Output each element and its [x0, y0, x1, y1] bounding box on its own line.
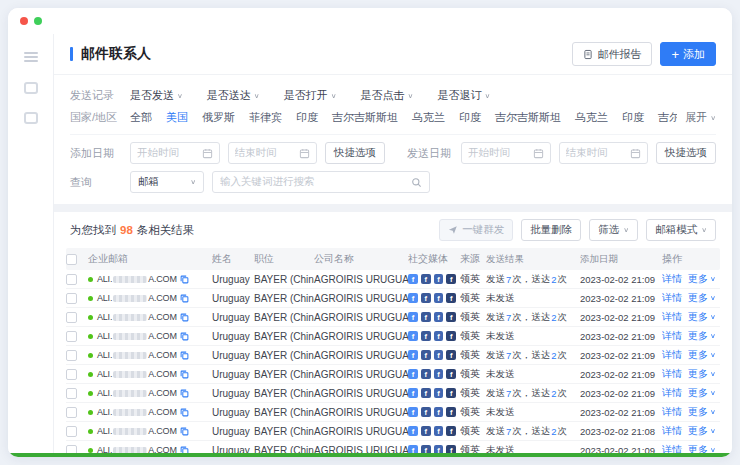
send-date-end-input[interactable]: 结束时间	[559, 142, 649, 164]
detail-link[interactable]: 详情	[662, 310, 682, 324]
facebook-icon[interactable]: f	[446, 445, 456, 453]
region-option[interactable]: 印度	[622, 110, 644, 125]
region-option[interactable]: 全部	[130, 110, 152, 125]
more-link[interactable]: 更多	[688, 386, 716, 400]
facebook-icon[interactable]: f	[408, 293, 418, 303]
row-checkbox[interactable]	[66, 407, 77, 418]
facebook-icon[interactable]: f	[446, 293, 456, 303]
more-link[interactable]: 更多	[688, 272, 716, 286]
region-option[interactable]: 印度	[296, 110, 318, 125]
row-checkbox[interactable]	[66, 293, 77, 304]
mail-report-button[interactable]: 邮件报告	[572, 42, 652, 66]
region-option[interactable]: 乌克兰	[575, 110, 608, 125]
filter-dropdown-button[interactable]: 筛选	[589, 219, 638, 241]
send-count-link[interactable]: 7	[506, 312, 511, 323]
mode-dropdown-button[interactable]: 邮箱模式	[646, 219, 716, 241]
copy-icon[interactable]	[180, 313, 189, 322]
facebook-icon[interactable]: f	[421, 388, 431, 398]
search-input[interactable]: 输入关键词进行搜索	[212, 171, 430, 193]
region-option[interactable]: 美国	[166, 110, 188, 125]
facebook-icon[interactable]: f	[421, 426, 431, 436]
facebook-icon[interactable]: f	[421, 407, 431, 417]
copy-icon[interactable]	[180, 351, 189, 360]
facebook-icon[interactable]: f	[408, 388, 418, 398]
facebook-icon[interactable]: f	[434, 407, 444, 417]
facebook-icon[interactable]: f	[421, 274, 431, 284]
deliver-count-link[interactable]: 2	[551, 426, 556, 437]
copy-icon[interactable]	[180, 332, 189, 341]
bulk-delete-button[interactable]: 批量删除	[521, 219, 581, 241]
more-link[interactable]: 更多	[688, 310, 716, 324]
facebook-icon[interactable]: f	[408, 407, 418, 417]
deliver-count-link[interactable]: 2	[551, 274, 556, 285]
send-date-quick-button[interactable]: 快捷选项	[656, 142, 716, 164]
region-option[interactable]: 俄罗斯	[202, 110, 235, 125]
copy-icon[interactable]	[180, 427, 189, 436]
detail-link[interactable]: 详情	[662, 348, 682, 362]
bulk-send-button[interactable]: 一键群发	[439, 219, 513, 241]
facebook-icon[interactable]: f	[408, 312, 418, 322]
facebook-icon[interactable]: f	[434, 312, 444, 322]
query-field-select[interactable]: 邮箱	[130, 171, 204, 193]
facebook-icon[interactable]: f	[434, 293, 444, 303]
region-option[interactable]: 吉尔吉斯斯坦	[495, 110, 561, 125]
facebook-icon[interactable]: f	[408, 426, 418, 436]
more-link[interactable]: 更多	[688, 291, 716, 305]
region-option[interactable]: 吉尔吉斯斯坦	[332, 110, 398, 125]
send-count-link[interactable]: 7	[506, 274, 511, 285]
detail-link[interactable]: 详情	[662, 386, 682, 400]
row-checkbox[interactable]	[66, 426, 77, 437]
facebook-icon[interactable]: f	[446, 350, 456, 360]
facebook-icon[interactable]: f	[421, 350, 431, 360]
send-date-start-input[interactable]: 开始时间	[461, 142, 551, 164]
copy-icon[interactable]	[180, 370, 189, 379]
facebook-icon[interactable]: f	[446, 312, 456, 322]
region-option[interactable]: 乌克兰	[412, 110, 445, 125]
sidebar-icon-placeholder[interactable]	[24, 82, 38, 94]
copy-icon[interactable]	[180, 446, 189, 454]
row-checkbox[interactable]	[66, 331, 77, 342]
row-checkbox[interactable]	[66, 445, 77, 454]
row-checkbox[interactable]	[66, 369, 77, 380]
facebook-icon[interactable]: f	[446, 369, 456, 379]
region-option[interactable]: 菲律宾	[249, 110, 282, 125]
facebook-icon[interactable]: f	[408, 445, 418, 453]
close-dot[interactable]	[20, 17, 28, 25]
send-count-link[interactable]: 7	[506, 350, 511, 361]
facebook-icon[interactable]: f	[421, 293, 431, 303]
deliver-count-link[interactable]: 2	[551, 350, 556, 361]
facebook-icon[interactable]: f	[434, 350, 444, 360]
detail-link[interactable]: 详情	[662, 291, 682, 305]
row-checkbox[interactable]	[66, 350, 77, 361]
more-link[interactable]: 更多	[688, 443, 716, 453]
facebook-icon[interactable]: f	[434, 274, 444, 284]
facebook-icon[interactable]: f	[408, 274, 418, 284]
row-checkbox[interactable]	[66, 388, 77, 399]
row-checkbox[interactable]	[66, 312, 77, 323]
facebook-icon[interactable]: f	[421, 369, 431, 379]
facebook-icon[interactable]: f	[446, 388, 456, 398]
select-all-checkbox[interactable]	[66, 254, 77, 265]
detail-link[interactable]: 详情	[662, 367, 682, 381]
facebook-icon[interactable]: f	[434, 331, 444, 341]
add-button[interactable]: 添加	[660, 42, 716, 66]
more-link[interactable]: 更多	[688, 367, 716, 381]
more-link[interactable]: 更多	[688, 329, 716, 343]
deliver-count-link[interactable]: 2	[551, 312, 556, 323]
detail-link[interactable]: 详情	[662, 272, 682, 286]
facebook-icon[interactable]: f	[408, 331, 418, 341]
facebook-icon[interactable]: f	[421, 331, 431, 341]
facebook-icon[interactable]: f	[421, 445, 431, 453]
expand-toggle[interactable]: 展开	[685, 110, 716, 125]
copy-icon[interactable]	[180, 389, 189, 398]
detail-link[interactable]: 详情	[662, 329, 682, 343]
region-option[interactable]: 吉尔吉斯斯坦	[658, 110, 677, 125]
facebook-icon[interactable]: f	[446, 426, 456, 436]
copy-icon[interactable]	[180, 294, 189, 303]
detail-link[interactable]: 详情	[662, 424, 682, 438]
deliver-count-link[interactable]: 2	[551, 388, 556, 399]
facebook-icon[interactable]: f	[446, 407, 456, 417]
facebook-icon[interactable]: f	[434, 388, 444, 398]
facebook-icon[interactable]: f	[408, 350, 418, 360]
copy-icon[interactable]	[180, 275, 189, 284]
